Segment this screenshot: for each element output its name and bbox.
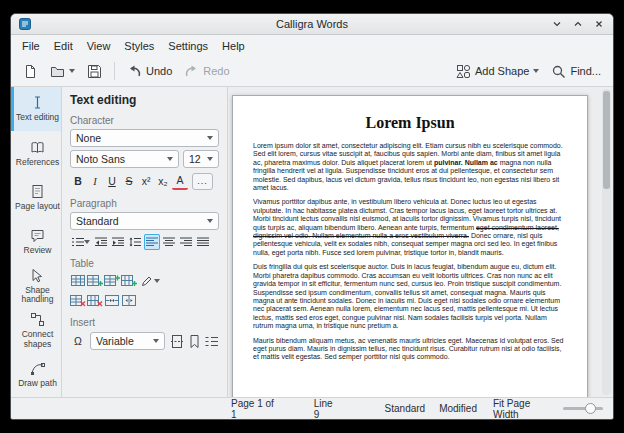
align-center-button[interactable]: [161, 234, 177, 250]
style-indicator[interactable]: Standard: [385, 403, 426, 414]
character-style-combo[interactable]: None: [70, 129, 219, 147]
undo-button[interactable]: Undo: [122, 61, 177, 81]
window-title: Calligra Words: [11, 18, 613, 30]
split-cells-button[interactable]: [121, 293, 137, 309]
close-button[interactable]: [593, 18, 605, 30]
table-border-pen-button[interactable]: [138, 273, 162, 289]
merge-cells-button[interactable]: [104, 293, 120, 309]
align-justify-button[interactable]: [195, 234, 211, 250]
pencil-icon: [141, 275, 154, 287]
sidebar-item-page-layout[interactable]: Page layout: [11, 176, 61, 220]
find-button[interactable]: Find...: [546, 61, 606, 82]
open-document-button[interactable]: [45, 61, 80, 82]
insert-row-below-button[interactable]: [104, 273, 120, 289]
document-page[interactable]: Lorem Ipsun Lorem ipsum dolor sit amet, …: [232, 95, 588, 397]
menu-item-settings[interactable]: Settings: [161, 38, 215, 54]
subscript-button[interactable]: x₂: [155, 173, 171, 189]
superscript-button[interactable]: x²: [138, 173, 154, 189]
underline-button[interactable]: U: [104, 173, 120, 189]
chevron-down-icon: [207, 157, 213, 161]
zoom-slider-knob[interactable]: [585, 403, 596, 414]
add-shape-button[interactable]: Add Shape: [451, 61, 544, 82]
save-button[interactable]: [82, 61, 107, 82]
text-editing-icon: [30, 95, 45, 110]
open-folder-icon: [50, 64, 65, 79]
page-break-button[interactable]: [169, 333, 185, 349]
new-document-button[interactable]: [18, 61, 43, 82]
table-section-label: Table: [70, 258, 219, 269]
document-paragraph[interactable]: Mauris bibendum aliquam metus, ac venena…: [253, 337, 567, 362]
minimize-button[interactable]: [551, 18, 563, 30]
insert-section-label: Insert: [70, 317, 219, 328]
toc-button[interactable]: [203, 333, 219, 349]
bookmark-button[interactable]: [186, 333, 202, 349]
page-indicator[interactable]: Page 1 of 1: [231, 398, 278, 420]
special-character-button[interactable]: Ω: [70, 333, 86, 349]
document-paragraph[interactable]: Lorem ipsum dolor sit amet, consectetur …: [253, 142, 567, 192]
sidebar-item-shape-handling[interactable]: Shape handling: [11, 264, 61, 308]
font-size-combo[interactable]: 12: [183, 150, 219, 168]
sidebar-item-label: Review: [24, 246, 52, 256]
align-right-button[interactable]: [178, 234, 194, 250]
menu-item-view[interactable]: View: [80, 38, 118, 54]
document-title[interactable]: Lorem Ipsun: [253, 114, 567, 132]
insert-table-button[interactable]: [70, 273, 86, 289]
menu-item-styles[interactable]: Styles: [117, 38, 161, 54]
list-style-button[interactable]: [70, 234, 92, 250]
find-label: Find...: [570, 65, 601, 77]
document-body[interactable]: Lorem ipsum dolor sit amet, consectetur …: [253, 142, 567, 362]
text-run-normal: Duis fringilla dui quis est scelerisque …: [253, 263, 561, 329]
align-left-button[interactable]: [144, 234, 160, 250]
indent-decrease-button[interactable]: [93, 234, 109, 250]
character-style-value: None: [76, 132, 101, 144]
window-titlebar[interactable]: Calligra Words: [11, 14, 613, 35]
menu-item-help[interactable]: Help: [215, 38, 252, 54]
review-icon: [30, 228, 45, 243]
bold-button[interactable]: B: [70, 173, 86, 189]
insert-column-left-button[interactable]: [121, 273, 137, 289]
maximize-button[interactable]: [572, 18, 584, 30]
tool-sidebar: Text editing References Page layout Revi…: [11, 87, 62, 397]
document-canvas[interactable]: Lorem Ipsun Lorem ipsum dolor sit amet, …: [228, 87, 613, 397]
menu-item-edit[interactable]: Edit: [47, 38, 80, 54]
line-spacing-button[interactable]: [127, 234, 143, 250]
toc-icon: [205, 336, 218, 347]
font-color-button[interactable]: A: [172, 172, 188, 190]
align-center-icon: [163, 237, 175, 247]
sidebar-item-label: References: [16, 158, 59, 168]
sidebar-item-text-editing[interactable]: Text editing: [11, 87, 61, 131]
sidebar-item-draw-path[interactable]: Draw path: [11, 353, 61, 397]
insert-table-icon: [71, 275, 86, 287]
delete-row-button[interactable]: [70, 293, 86, 309]
search-icon: [551, 64, 566, 79]
zoom-slider[interactable]: [563, 407, 603, 410]
variable-value: Variable: [96, 335, 134, 347]
sidebar-item-references[interactable]: References: [11, 131, 61, 175]
chevron-down-icon: [167, 157, 173, 161]
sidebar-item-review[interactable]: Review: [11, 220, 61, 264]
italic-button[interactable]: I: [87, 173, 103, 189]
vertical-scrollbar[interactable]: [602, 89, 611, 395]
delete-column-button[interactable]: [87, 293, 103, 309]
zoom-mode-selector[interactable]: Fit Page Width: [493, 398, 553, 420]
redo-icon: [184, 64, 199, 78]
paragraph-style-combo[interactable]: Standard: [70, 212, 219, 230]
indent-increase-button[interactable]: [110, 234, 126, 250]
page-break-icon: [171, 335, 183, 348]
redo-label: Redo: [203, 65, 229, 77]
redo-button[interactable]: Redo: [179, 61, 234, 81]
variable-combo[interactable]: Variable: [90, 332, 165, 350]
menu-item-file[interactable]: File: [15, 38, 47, 54]
line-indicator[interactable]: Line 9: [314, 398, 339, 420]
delete-row-icon: [70, 295, 86, 307]
font-family-combo[interactable]: Noto Sans: [70, 150, 179, 168]
chevron-down-icon: [69, 69, 75, 73]
sidebar-item-connect-shapes[interactable]: Connect shapes: [11, 308, 61, 352]
document-paragraph[interactable]: Duis fringilla dui quis est scelerisque …: [253, 263, 567, 330]
insert-row-above-button[interactable]: [87, 273, 103, 289]
page-layout-icon: [30, 184, 45, 199]
strikethrough-button[interactable]: S: [121, 173, 137, 189]
more-character-options-button[interactable]: ...: [192, 173, 213, 190]
document-paragraph[interactable]: Vivamus porttitor dapibus ante, in vesti…: [253, 198, 567, 257]
scrollbar-thumb[interactable]: [603, 91, 610, 189]
